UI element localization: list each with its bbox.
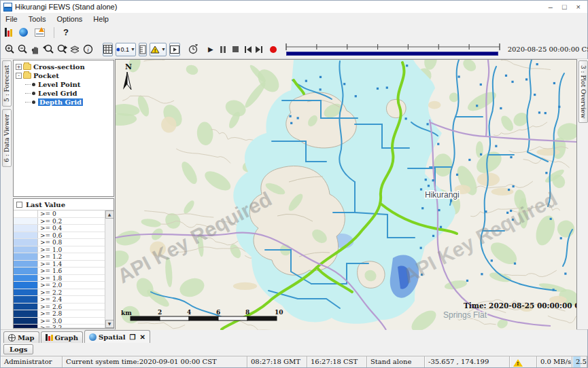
legend-row[interactable]: >= 0.6 — [14, 232, 105, 240]
play-button[interactable]: ▶ — [208, 43, 213, 56]
legend-row[interactable]: >= 1.2 — [14, 253, 105, 261]
legend-row[interactable]: >= 0 — [14, 210, 105, 218]
zoom-in-icon[interactable] — [5, 43, 15, 56]
layer-bullet-icon — [32, 92, 35, 95]
status-memory[interactable]: 2.5 GB — [572, 356, 587, 367]
legend-color-swatch — [14, 289, 38, 296]
legend-label: >= 0.6 — [38, 232, 62, 239]
tab-maximize-icon[interactable]: ❐ — [130, 333, 136, 341]
tree-item-level-point[interactable]: Level Point — [25, 80, 114, 88]
map-canvas[interactable]: API Key Required API Key Required N Hiku… — [116, 60, 576, 330]
logs-button[interactable]: Logs — [3, 344, 33, 354]
menu-file[interactable]: File — [5, 15, 18, 23]
legend-row[interactable]: >= 2.2 — [14, 289, 105, 297]
map-display-icon[interactable] — [19, 28, 28, 37]
scroll-down-icon[interactable]: ▼ — [105, 320, 114, 328]
graph-display-icon[interactable] — [5, 28, 12, 37]
right-tab-strip: 3 : Plot Overview — [577, 59, 588, 329]
legend-color-swatch — [14, 210, 38, 217]
legend-color-swatch — [14, 303, 38, 310]
legend-label: >= 2.6 — [38, 303, 62, 310]
status-mode: Stand alone — [367, 356, 425, 367]
legend-title: Last Value — [26, 201, 65, 208]
zoom-next-icon[interactable] — [56, 43, 67, 56]
legend-row[interactable]: >= 3.0 — [14, 318, 105, 325]
tab-data-viewer[interactable]: 6 : Data Viewer — [2, 109, 12, 167]
svg-text:km: km — [121, 310, 132, 316]
spatial-display-icon[interactable] — [35, 29, 45, 37]
grid-toggle-icon[interactable] — [103, 43, 113, 56]
warning-dropdown[interactable]: ! ▼ — [150, 43, 167, 56]
legend-row[interactable]: >= 0.4 — [14, 225, 105, 232]
legend-row[interactable]: >= 2.0 — [14, 282, 105, 289]
legend-row[interactable]: >= 1.6 — [14, 268, 105, 275]
layer-tree: + Cross-section - Pocket Level Point — [13, 60, 114, 197]
zoom-out-icon[interactable] — [18, 43, 28, 56]
animation-icon[interactable] — [169, 43, 180, 56]
tree-item-depth-grid[interactable]: Depth Grid — [25, 98, 114, 106]
collapse-icon[interactable]: - — [16, 73, 22, 79]
record-button[interactable] — [270, 43, 277, 56]
legend-label: >= 0.2 — [38, 218, 62, 225]
legend-row[interactable]: >= 1.8 — [14, 275, 105, 282]
legend-row[interactable]: >= 3.2 — [14, 325, 105, 328]
tab-close-icon[interactable]: ✕ — [139, 333, 145, 341]
tab-graph[interactable]: Graph — [41, 331, 84, 343]
legend-scrollbar[interactable]: ▲ ▼ — [105, 210, 114, 328]
class-break-dropdown[interactable]: 0.1▼ — [116, 43, 136, 56]
status-warning[interactable] — [510, 356, 537, 367]
map-view[interactable]: API Key Required API Key Required N Hiku… — [115, 59, 577, 329]
legend-row[interactable]: >= 2.6 — [14, 303, 105, 311]
legend-color-swatch — [14, 218, 38, 225]
tree-item-cross-section[interactable]: + Cross-section — [16, 62, 114, 71]
close-button[interactable]: × — [576, 1, 581, 12]
legend-row[interactable]: >= 2.4 — [14, 296, 105, 303]
scale-legend-icon[interactable] — [139, 43, 147, 56]
pan-hand-icon[interactable] — [31, 43, 40, 56]
legend-color-swatch — [14, 261, 38, 268]
expand-icon[interactable]: + — [16, 64, 22, 70]
legend-row[interactable]: >= 0.8 — [14, 239, 105, 246]
legend-row[interactable]: >= 1.4 — [14, 261, 105, 268]
layer-bullet-icon — [32, 83, 35, 86]
skip-start-button[interactable] — [244, 43, 252, 56]
scroll-up-icon[interactable]: ▲ — [105, 210, 114, 219]
zoom-previous-icon[interactable] — [43, 43, 54, 56]
minimize-button[interactable]: – — [549, 1, 553, 12]
last-value-checkbox[interactable] — [16, 202, 22, 208]
menu-tools[interactable]: Tools — [29, 15, 46, 23]
pause-button[interactable] — [220, 43, 226, 56]
legend-row[interactable]: >= 0.2 — [14, 218, 105, 225]
legend-label: >= 0.4 — [38, 225, 62, 232]
legend-row[interactable]: >= 1.0 — [14, 246, 105, 254]
svg-text:i: i — [87, 46, 89, 53]
legend-color-swatch — [14, 232, 38, 239]
legend-color-swatch — [14, 246, 38, 253]
time-slider-range[interactable] — [286, 52, 498, 56]
menu-help[interactable]: Help — [93, 15, 109, 23]
info-icon[interactable]: i — [83, 43, 93, 56]
stop-button[interactable] — [232, 43, 239, 56]
tree-item-level-grid[interactable]: Level Grid — [25, 89, 114, 97]
menu-options[interactable]: Options — [56, 15, 82, 23]
tab-plot-overview[interactable]: 3 : Plot Overview — [578, 60, 588, 123]
legend-color-swatch — [14, 268, 38, 274]
legend-label: >= 1.2 — [38, 253, 62, 260]
skip-end-button[interactable] — [255, 43, 263, 56]
legend-label: >= 1.6 — [38, 268, 62, 274]
tab-spatial[interactable]: Spatial ❐ ✕ — [84, 330, 150, 343]
svg-text:4: 4 — [187, 309, 191, 316]
status-coordinates: -35.657 , 174.199 — [425, 356, 510, 367]
legend-row[interactable]: >= 2.8 — [14, 310, 105, 318]
tab-map[interactable]: Map — [3, 331, 39, 343]
tree-item-pocket[interactable]: - Pocket — [16, 71, 114, 79]
tab-forecast[interactable]: 5 : Forecast — [2, 60, 12, 107]
timer-export-icon[interactable] — [188, 43, 198, 56]
maximize-button[interactable]: □ — [562, 1, 567, 12]
help-button[interactable]: ? — [63, 27, 69, 37]
logs-row: Logs — [1, 343, 587, 356]
window-title: Hikurangi FEWS (Stand alone) — [15, 3, 117, 11]
layers-icon[interactable] — [70, 43, 80, 56]
legend-label: >= 3.2 — [38, 325, 62, 328]
time-slider[interactable] — [285, 43, 501, 56]
